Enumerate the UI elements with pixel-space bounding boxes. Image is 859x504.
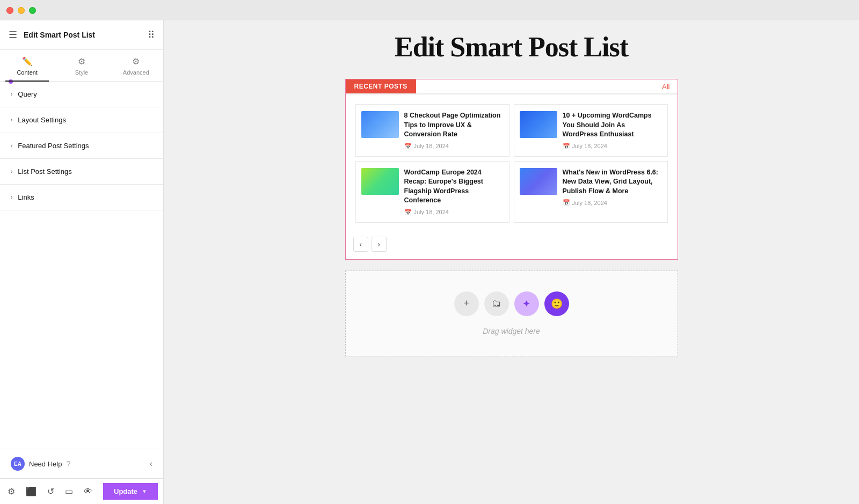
post-card-1[interactable]: 8 Checkout Page Optimization Tips to Imp… [355, 104, 509, 157]
tab-content[interactable]: ✏️ Content [0, 50, 54, 81]
calendar-icon: 📅 [404, 209, 412, 216]
close-button[interactable] [6, 7, 13, 14]
sidebar-header-left: ☰ Edit Smart Post List [9, 29, 95, 41]
menu-icon[interactable]: ☰ [9, 29, 17, 41]
post-thumbnail-4 [520, 168, 557, 195]
drop-zone[interactable]: + 🗂 ✦ 🙂 Drag widget here [345, 271, 678, 356]
accordion-item-featured-post-settings[interactable]: › Featured Post Settings [0, 133, 163, 159]
chevron-right-icon: › [11, 169, 12, 174]
advanced-tab-label: Advanced [123, 69, 149, 76]
tabs: ✏️ Content ⚙ Style ⚙ Advanced [0, 50, 163, 82]
canvas: Edit Smart Post List RECENT POSTS All 8 … [164, 20, 859, 504]
post-date-3: 📅 July 18, 2024 [404, 209, 504, 216]
responsive-icon[interactable]: ▭ [65, 486, 73, 496]
drop-zone-text: Drag widget here [483, 327, 540, 335]
post-thumbnail-1 [361, 111, 399, 138]
accordion-item-query[interactable]: › Query [0, 82, 163, 107]
calendar-icon: 📅 [563, 143, 570, 150]
accordion-label-links: Links [18, 193, 34, 201]
avatar-button[interactable]: 🙂 [544, 291, 569, 316]
post-date-1: 📅 July 18, 2024 [404, 143, 504, 150]
page-title: Edit Smart Post List [395, 31, 628, 63]
widget-container: RECENT POSTS All 8 Checkout Page Optimiz… [345, 79, 678, 260]
collapse-button[interactable]: ‹ [150, 459, 152, 469]
post-title-2: 10 + Upcoming WordCamps You Should Join … [563, 111, 662, 140]
update-label: Update [114, 487, 137, 495]
post-card-4[interactable]: What's New in WordPress 6.6: New Data Vi… [514, 161, 668, 223]
widget-pagination: ‹ › [346, 232, 678, 259]
accordion-label-layout-settings: Layout Settings [18, 116, 66, 124]
settings-icon[interactable]: ⚙ [8, 486, 15, 496]
sidebar-footer: EA Need Help ? ‹ [0, 449, 163, 478]
content-tab-label: Content [17, 69, 38, 76]
calendar-icon: 📅 [404, 143, 412, 150]
post-thumbnail-2 [520, 111, 557, 138]
post-card-3[interactable]: WordCamp Europe 2024 Recap: Europe's Big… [355, 161, 509, 223]
move-button[interactable]: ✦ [514, 291, 539, 316]
content-tab-icon: ✏️ [22, 56, 33, 67]
accordion-item-list-post-settings[interactable]: › List Post Settings [0, 159, 163, 185]
chevron-right-icon: › [11, 117, 12, 123]
post-content-1: 8 Checkout Page Optimization Tips to Imp… [404, 111, 504, 150]
chevron-right-icon: › [11, 91, 12, 97]
tab-style[interactable]: ⚙ Style [54, 50, 108, 81]
accordion-item-layout-settings[interactable]: › Layout Settings [0, 107, 163, 133]
ea-badge: EA [11, 457, 25, 471]
accordion-label-list-post-settings: List Post Settings [18, 167, 71, 176]
accordion-item-links[interactable]: › Links [0, 185, 163, 210]
need-help-text: Need Help [29, 460, 62, 468]
post-card-2[interactable]: 10 + Upcoming WordCamps You Should Join … [514, 104, 668, 157]
accordion-label-featured-post-settings: Featured Post Settings [18, 142, 89, 150]
folder-button[interactable]: 🗂 [484, 291, 509, 316]
titlebar [0, 0, 859, 20]
posts-grid: 8 Checkout Page Optimization Tips to Imp… [346, 94, 678, 232]
sidebar: ☰ Edit Smart Post List ⠿ ✏️ Content ⚙ St… [0, 20, 164, 504]
post-title-1: 8 Checkout Page Optimization Tips to Imp… [404, 111, 504, 140]
post-date-4: 📅 July 18, 2024 [563, 199, 662, 206]
accordion-list: › Query › Layout Settings › Featured Pos… [0, 82, 163, 449]
widget-header: RECENT POSTS All [346, 79, 678, 94]
grid-icon[interactable]: ⠿ [148, 29, 155, 41]
layers-icon[interactable]: ⬛ [26, 486, 37, 496]
post-title-3: WordCamp Europe 2024 Recap: Europe's Big… [404, 168, 504, 206]
pagination-prev-button[interactable]: ‹ [353, 237, 368, 252]
post-thumbnail-3 [361, 168, 399, 195]
advanced-tab-icon: ⚙ [132, 56, 140, 67]
minimize-button[interactable] [18, 7, 25, 14]
bottom-toolbar: ⚙ ⬛ ↺ ▭ 👁 Update ▼ [0, 478, 163, 504]
eye-icon[interactable]: 👁 [84, 487, 92, 496]
maximize-button[interactable] [29, 7, 36, 14]
add-widget-button[interactable]: + [454, 291, 479, 316]
tab-advanced[interactable]: ⚙ Advanced [109, 50, 163, 81]
main-layout: ☰ Edit Smart Post List ⠿ ✏️ Content ⚙ St… [0, 20, 859, 504]
style-tab-icon: ⚙ [78, 56, 85, 67]
calendar-icon: 📅 [563, 199, 570, 206]
help-icon[interactable]: ? [66, 459, 70, 468]
post-content-2: 10 + Upcoming WordCamps You Should Join … [563, 111, 662, 150]
post-content-3: WordCamp Europe 2024 Recap: Europe's Big… [404, 168, 504, 216]
update-button[interactable]: Update ▼ [103, 483, 158, 500]
accordion-label-query: Query [18, 90, 37, 98]
sidebar-header: ☰ Edit Smart Post List ⠿ [0, 20, 163, 50]
dropdown-arrow-icon: ▼ [142, 488, 147, 494]
style-tab-label: Style [75, 69, 88, 76]
widget-title-badge: RECENT POSTS [346, 79, 416, 93]
sidebar-title: Edit Smart Post List [24, 31, 95, 39]
post-content-4: What's New in WordPress 6.6: New Data Vi… [563, 168, 662, 216]
chevron-right-icon: › [11, 143, 12, 149]
pagination-next-button[interactable]: › [372, 237, 387, 252]
post-title-4: What's New in WordPress 6.6: New Data Vi… [563, 168, 662, 196]
post-date-2: 📅 July 18, 2024 [563, 143, 662, 150]
chevron-right-icon: › [11, 194, 12, 200]
drop-zone-buttons: + 🗂 ✦ 🙂 [454, 291, 569, 316]
widget-all-link[interactable]: All [662, 83, 669, 91]
history-icon[interactable]: ↺ [47, 486, 54, 496]
